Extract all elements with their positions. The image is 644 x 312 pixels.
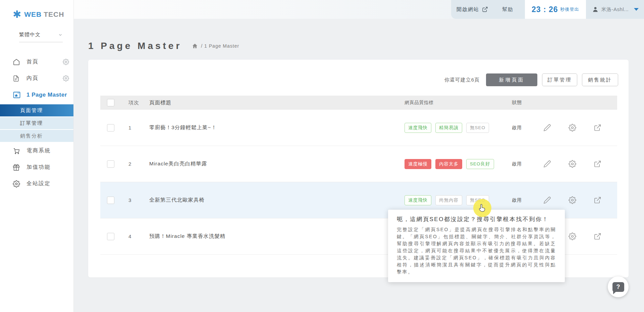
status-cell: 啟用 bbox=[502, 125, 537, 131]
quality-badge[interactable]: SEO良好 bbox=[466, 159, 494, 169]
sidebar-item-home[interactable]: 首頁 bbox=[0, 54, 73, 70]
sidebar-subitem-label: 銷售分析 bbox=[20, 133, 43, 139]
gear-icon bbox=[13, 180, 21, 188]
sidebar-item-inner-pages[interactable]: 內頁 bbox=[0, 70, 73, 87]
table-row: 1 零廚藝！3分鐘輕鬆上菜~！ 速度飛快 精簡易讀 無SEO 啟用 bbox=[100, 110, 617, 146]
page-header: 1 Page Master / 1 Page Master bbox=[88, 41, 239, 51]
settings-icon[interactable] bbox=[569, 160, 576, 168]
sidebar: ✱ WEB TECH 繁體中文 首頁 內頁 bbox=[0, 0, 74, 312]
edit-icon[interactable] bbox=[543, 124, 551, 132]
brand-name-tech: TECH bbox=[44, 10, 64, 18]
tooltip-body: 完整設定「網頁SEO」是提高網頁在搜尋引擎排名和點擊率的關鍵。「網頁SEO」包括… bbox=[397, 226, 556, 275]
external-link-icon[interactable] bbox=[594, 124, 601, 132]
external-link-icon[interactable] bbox=[594, 232, 601, 240]
user-menu[interactable]: 米洛-Ashl... bbox=[592, 6, 639, 13]
user-name: 米洛-Ashl... bbox=[601, 6, 629, 13]
seo-tooltip: 呃，這網頁SEO都沒設定？搜尋引擎根本找不到你！ 完整設定「網頁SEO」是提高網… bbox=[388, 210, 565, 282]
sidebar-item-addons[interactable]: 加值功能 bbox=[0, 159, 73, 175]
open-site-link[interactable]: 開啟網站 bbox=[457, 6, 488, 13]
page-title-cell: Miracle美白亮白精華露 bbox=[144, 160, 392, 167]
order-management-button[interactable]: 訂單管理 bbox=[542, 73, 577, 86]
card-toolbar: 你還可建立6頁 新增頁面 訂單管理 銷售統計 bbox=[444, 73, 618, 86]
row-index: 3 bbox=[122, 197, 144, 203]
page-title-cell: 全新第三代北歐家具椅 bbox=[144, 197, 392, 204]
sidebar-item-ecommerce[interactable]: 電商系統 bbox=[0, 143, 73, 159]
gift-icon bbox=[13, 164, 21, 171]
page-title-cell: 預購！Miracle 專業香水洗髮精 bbox=[144, 233, 392, 240]
star-window-icon bbox=[13, 91, 21, 99]
sidebar-subitem-sales-analysis[interactable]: 銷售分析 bbox=[0, 130, 73, 143]
sidebar-subitem-order-management[interactable]: 訂單管理 bbox=[0, 117, 73, 130]
row-actions bbox=[537, 196, 617, 204]
quality-badge[interactable]: 內容太多 bbox=[435, 159, 462, 169]
caret-down-icon[interactable] bbox=[634, 8, 639, 11]
quality-badge[interactable]: 精簡易讀 bbox=[435, 123, 462, 133]
home-icon bbox=[13, 58, 21, 66]
sales-statistics-button[interactable]: 銷售統計 bbox=[582, 73, 618, 86]
document-icon bbox=[13, 75, 21, 82]
quality-badge-no-seo-hovered[interactable]: 無SEO bbox=[466, 195, 489, 205]
header-quality: 網頁品質指標 bbox=[392, 100, 502, 106]
row-index: 1 bbox=[122, 125, 144, 131]
help-link[interactable]: 幫助 bbox=[502, 6, 514, 13]
sidebar-item-label: 1 Page Master bbox=[26, 92, 67, 98]
select-all-checkbox[interactable] bbox=[107, 99, 114, 106]
quality-badge[interactable]: 無SEO bbox=[466, 123, 489, 133]
settings-icon[interactable] bbox=[569, 196, 576, 204]
row-index: 2 bbox=[122, 161, 144, 167]
topbar: 開啟網站 幫助 23 : 26 秒後登出 米洛-Ashl... bbox=[74, 0, 644, 19]
tooltip-title: 呃，這網頁SEO都沒設定？搜尋引擎根本找不到你！ bbox=[397, 215, 556, 223]
add-page-button[interactable]: 新增頁面 bbox=[486, 73, 537, 86]
status-cell: 啟用 bbox=[502, 161, 537, 167]
row-actions bbox=[537, 160, 617, 168]
header-index: 項次 bbox=[122, 100, 144, 106]
edit-icon[interactable] bbox=[543, 196, 551, 204]
home-icon[interactable] bbox=[192, 43, 198, 49]
help-link-label: 幫助 bbox=[502, 6, 514, 13]
settings-icon[interactable] bbox=[569, 232, 576, 240]
sidebar-item-site-settings[interactable]: 全站設定 bbox=[0, 175, 73, 192]
breadcrumb-current: / 1 Page Master bbox=[201, 43, 239, 49]
page-master-submenu: 頁面管理 訂單管理 銷售分析 bbox=[0, 104, 73, 143]
quality-badges: 速度飛快 精簡易讀 無SEO bbox=[392, 123, 502, 133]
help-floating-button[interactable]: ? bbox=[608, 276, 629, 297]
session-timer: 23 : 26 秒後登出 bbox=[525, 0, 586, 19]
language-selector[interactable]: 繁體中文 bbox=[19, 32, 63, 42]
quality-badge[interactable]: 尚無內容 bbox=[435, 195, 462, 205]
row-checkbox[interactable] bbox=[107, 124, 114, 132]
sidebar-menu: 首頁 內頁 1 Page Master 頁面管理 訂 bbox=[0, 54, 73, 192]
topbar-right-section: 開啟網站 幫助 23 : 26 秒後登出 米洛-Ashl... bbox=[451, 0, 644, 19]
sidebar-item-label: 內頁 bbox=[26, 75, 39, 82]
page-quota-text: 你還可建立6頁 bbox=[444, 77, 480, 83]
row-checkbox[interactable] bbox=[107, 160, 114, 168]
quality-badges: 速度極慢 內容太多 SEO良好 bbox=[392, 159, 502, 169]
header-title: 頁面標題 bbox=[144, 99, 392, 106]
header-status: 狀態 bbox=[502, 100, 537, 106]
brand-name-web: WEB bbox=[24, 10, 42, 18]
chevron-down-icon bbox=[58, 33, 63, 37]
row-checkbox[interactable] bbox=[107, 197, 114, 204]
timer-countdown: 23 : 26 bbox=[532, 5, 558, 14]
page-title-cell: 零廚藝！3分鐘輕鬆上菜~！ bbox=[144, 124, 392, 131]
brand-logo: ✱ WEB TECH bbox=[0, 0, 73, 19]
external-link-icon[interactable] bbox=[594, 196, 601, 204]
edit-icon[interactable] bbox=[543, 160, 551, 168]
language-selector-value: 繁體中文 bbox=[19, 32, 41, 38]
quality-badge[interactable]: 速度飛快 bbox=[405, 123, 431, 133]
asterisk-logo-icon: ✱ bbox=[13, 9, 21, 19]
row-checkbox[interactable] bbox=[107, 233, 114, 240]
open-site-label: 開啟網站 bbox=[457, 6, 479, 13]
status-cell: 啟用 bbox=[502, 197, 537, 203]
sidebar-subitem-page-management[interactable]: 頁面管理 bbox=[0, 104, 73, 117]
external-link-icon bbox=[482, 6, 488, 12]
quality-badge[interactable]: 速度極慢 bbox=[405, 159, 431, 169]
sidebar-item-page-master[interactable]: 1 Page Master bbox=[0, 87, 73, 103]
table-header-row: 項次 頁面標題 網頁品質指標 狀態 bbox=[100, 96, 617, 110]
gear-icon[interactable] bbox=[63, 75, 69, 82]
sidebar-subitem-label: 訂單管理 bbox=[20, 120, 43, 126]
external-link-icon[interactable] bbox=[594, 160, 601, 168]
quality-badge[interactable]: 速度飛快 bbox=[405, 195, 431, 205]
gear-icon[interactable] bbox=[63, 59, 69, 65]
settings-icon[interactable] bbox=[569, 124, 576, 132]
quality-badges: 速度飛快 尚無內容 無SEO bbox=[392, 195, 502, 205]
